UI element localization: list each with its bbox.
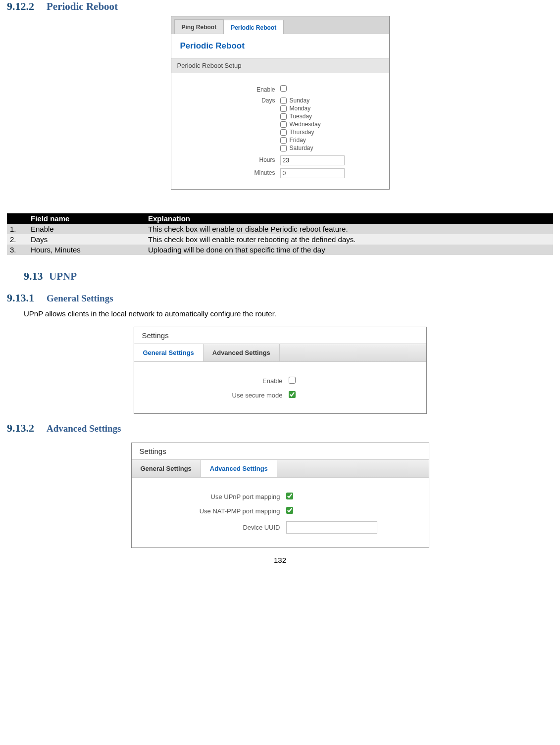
panel-title: Periodic Reboot (171, 34, 389, 58)
heading-number: 9.13.1 (7, 292, 34, 304)
upnp-enable-checkbox[interactable] (289, 377, 296, 384)
heading-9-13-2: 9.13.2 Advanced Settings (7, 422, 553, 435)
table-row: 1. Enable This check box will enable or … (7, 224, 553, 234)
upnp-advanced-panel: Settings General Settings Advanced Setti… (131, 443, 429, 548)
heading-9-12-2: 9.12.2 Periodic Reboot (7, 0, 553, 13)
panel-header: Settings (134, 327, 426, 344)
heading-number: 9.12.2 (7, 0, 34, 12)
th-num (7, 213, 28, 224)
day-thursday-label: Thursday (290, 129, 314, 136)
periodic-reboot-panel: Ping Reboot Periodic Reboot Periodic Reb… (171, 16, 390, 190)
day-sunday-label: Sunday (290, 97, 310, 104)
th-expl: Explanation (145, 213, 553, 224)
day-saturday-checkbox[interactable] (280, 145, 287, 151)
label-nat-pmp-port-mapping: Use NAT-PMP port mapping (132, 507, 286, 515)
tab-advanced-settings[interactable]: Advanced Settings (201, 460, 277, 477)
minutes-input[interactable] (280, 168, 345, 178)
heading-title: Periodic Reboot (47, 0, 118, 12)
upnp-description: UPnP allows clients in the local network… (24, 309, 553, 318)
heading-title: General Settings (47, 293, 113, 303)
day-wednesday-checkbox[interactable] (280, 121, 287, 128)
heading-title: Advanced Settings (47, 423, 121, 434)
heading-9-13: 9.13 UPNP (24, 270, 553, 283)
label-hours: Hours (171, 155, 280, 163)
label-device-uuid: Device UUID (132, 524, 286, 531)
tab-advanced-settings[interactable]: Advanced Settings (204, 344, 280, 361)
day-tuesday-label: Tuesday (290, 113, 312, 120)
label-minutes: Minutes (171, 168, 280, 176)
tab-periodic-reboot[interactable]: Periodic Reboot (223, 20, 284, 34)
th-field: Field name (28, 213, 145, 224)
device-uuid-input[interactable] (286, 521, 377, 534)
day-monday-checkbox[interactable] (280, 105, 287, 112)
label-days: Days (171, 96, 280, 104)
secure-mode-checkbox[interactable] (289, 391, 296, 398)
tab-ping-reboot[interactable]: Ping Reboot (174, 19, 224, 34)
page-number: 132 (7, 556, 553, 564)
hours-input[interactable] (280, 155, 345, 165)
day-sunday-checkbox[interactable] (280, 98, 287, 104)
day-friday-checkbox[interactable] (280, 137, 287, 144)
explanation-table: Field name Explanation 1. Enable This ch… (7, 213, 553, 255)
enable-checkbox[interactable] (280, 85, 287, 92)
label-upnp-port-mapping: Use UPnP port mapping (132, 493, 286, 500)
table-row: 3. Hours, Minutes Uploading will be done… (7, 245, 553, 255)
tab-general-settings[interactable]: General Settings (132, 460, 201, 477)
panel-header: Settings (132, 443, 429, 459)
label-enable: Enable (171, 85, 280, 93)
nat-pmp-port-mapping-checkbox[interactable] (286, 507, 293, 514)
heading-number: 9.13.2 (7, 422, 34, 434)
label-secure-mode: Use secure mode (134, 392, 289, 399)
heading-9-13-1: 9.13.1 General Settings (7, 292, 553, 304)
day-thursday-checkbox[interactable] (280, 129, 287, 136)
upnp-port-mapping-checkbox[interactable] (286, 493, 293, 499)
day-monday-label: Monday (290, 105, 311, 112)
tab-general-settings[interactable]: General Settings (134, 344, 204, 361)
label-enable: Enable (134, 377, 289, 385)
table-row: 2. Days This check box will enable route… (7, 234, 553, 245)
panel-subhead: Periodic Reboot Setup (171, 58, 389, 73)
day-saturday-label: Saturday (290, 145, 313, 151)
day-tuesday-checkbox[interactable] (280, 113, 287, 120)
upnp-general-panel: Settings General Settings Advanced Setti… (134, 327, 427, 414)
heading-title: UPNP (49, 270, 77, 282)
day-friday-label: Friday (290, 137, 306, 144)
day-wednesday-label: Wednesday (290, 121, 321, 128)
heading-number: 9.13 (24, 270, 43, 282)
